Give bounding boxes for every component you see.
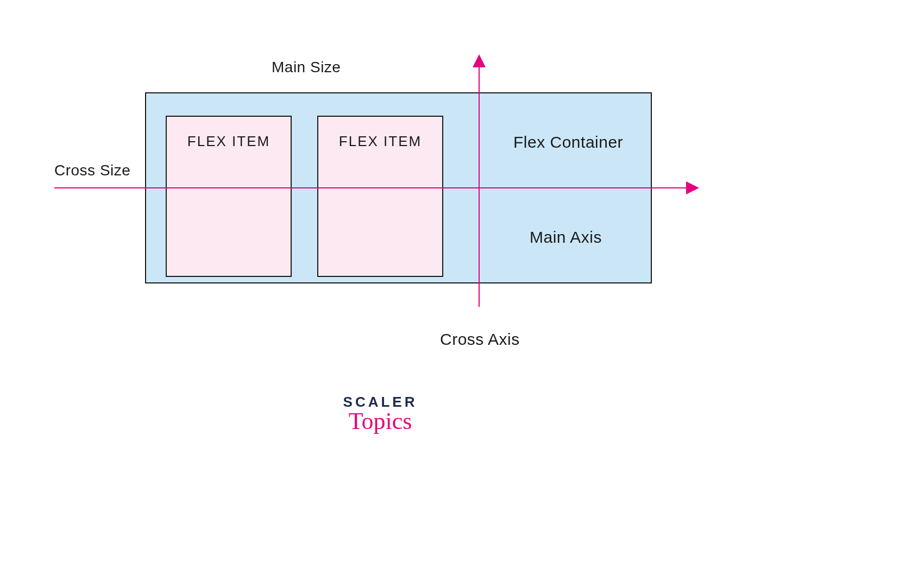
scaler-topics-logo: SCALER Topics	[340, 394, 421, 435]
main-axis-label: Main Axis	[530, 228, 602, 247]
flex-item-1-label: FLEX ITEM	[187, 133, 270, 149]
diagram-stage: FLEX ITEM FLEX ITEM Main Size Cross Size…	[0, 0, 924, 574]
cross-size-label: Cross Size	[54, 162, 130, 179]
logo-line-2: Topics	[340, 407, 421, 435]
flex-item-2-label: FLEX ITEM	[339, 133, 422, 149]
flex-item-2: FLEX ITEM	[317, 116, 443, 277]
cross-axis-label: Cross Axis	[440, 330, 520, 349]
flex-item-1: FLEX ITEM	[166, 116, 292, 277]
flex-container-label: Flex Container	[513, 133, 623, 152]
axes-arrows	[0, 0, 924, 574]
main-size-label: Main Size	[272, 59, 341, 76]
